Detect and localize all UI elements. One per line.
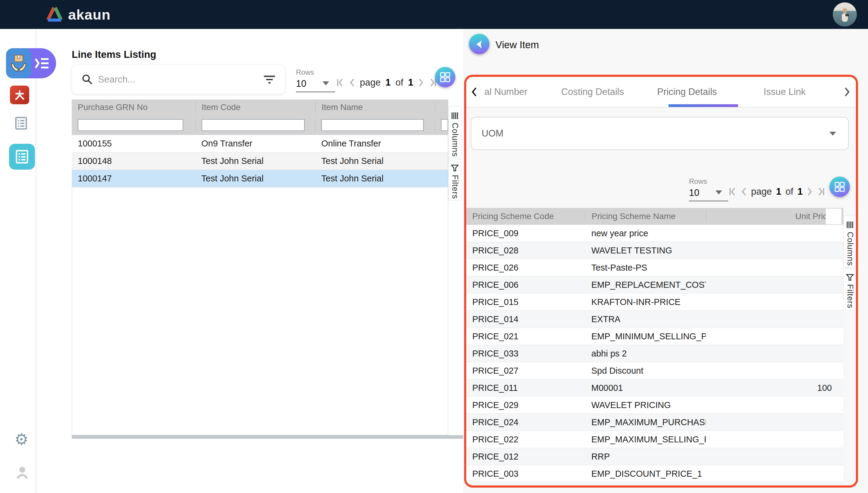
table-row[interactable]: PRICE_021 EMP_MINIMUM_SELLING_PR... [466, 328, 843, 345]
table-row[interactable]: 1000147 Test John Serial Test John Seria… [72, 170, 448, 188]
table-row[interactable]: PRICE_015 KRAFTON-INR-PRICE [466, 294, 843, 311]
cell-pricing-scheme-code: PRICE_012 [466, 448, 585, 465]
filter-input-item-code[interactable] [202, 119, 305, 131]
hands-package-icon [10, 54, 27, 72]
last-page-icon[interactable] [817, 187, 825, 196]
column-header-unit-price[interactable]: Unit Price [706, 211, 843, 222]
next-page-icon[interactable] [418, 78, 424, 87]
cell-pricing-scheme-code: PRICE_027 [466, 362, 585, 379]
top-navbar: akaun [0, 0, 868, 29]
cell-pricing-scheme-code: PRICE_015 [466, 294, 585, 310]
cell-pricing-scheme-name: KRAFTON-INR-PRICE [585, 294, 706, 310]
filter-list-icon[interactable] [263, 74, 276, 85]
first-page-icon[interactable] [729, 187, 737, 196]
apps-grid-button[interactable] [829, 177, 850, 197]
table-row[interactable]: PRICE_029 WAVELET PRICING [466, 396, 843, 414]
cell-pricing-scheme-name: EMP_REPLACEMENT_COST [585, 276, 706, 293]
column-header-extra [435, 102, 448, 113]
first-page-icon[interactable] [337, 78, 344, 87]
rows-per-page-control[interactable]: Rows 10 [296, 68, 335, 92]
chevron-down-icon [829, 132, 836, 135]
columns-side-tab[interactable]: Columns [843, 215, 856, 267]
view-item-title: View Item [496, 39, 539, 51]
table-row[interactable]: PRICE_012 RRP [466, 448, 843, 465]
table-row[interactable]: PRICE_009 new year price [466, 225, 843, 242]
filters-side-tab[interactable]: Filters [448, 159, 461, 200]
table-row[interactable]: PRICE_033 abhi ps 2 [466, 345, 843, 362]
akaun-logo-icon [45, 6, 64, 23]
filter-input-extra[interactable] [441, 119, 448, 131]
table-row[interactable]: PRICE_014 EXTRA [466, 311, 843, 328]
cell-pricing-scheme-name: WAVELET PRICING [585, 396, 706, 413]
sidebar-item-line-items-active[interactable] [9, 144, 35, 170]
prev-page-icon[interactable] [741, 187, 747, 196]
line-items-table-body: 1000155 On9 Transfer Online Transfer 100… [72, 135, 448, 188]
app-logo[interactable]: akaun [45, 5, 111, 23]
sidebar-item-inventory[interactable] [6, 48, 31, 78]
columns-icon [846, 221, 854, 229]
cell-pricing-scheme-name: Test-Paste-PS [585, 259, 706, 276]
table-row[interactable]: PRICE_026 Test-Paste-PS [466, 259, 843, 276]
cell-pricing-scheme-code: PRICE_029 [466, 396, 585, 413]
columns-icon [451, 112, 459, 120]
prev-page-icon[interactable] [349, 78, 355, 87]
apps-grid-button[interactable] [435, 67, 455, 87]
of-label: of [395, 77, 403, 88]
sidebar-item-dazzle-app[interactable] [10, 86, 29, 104]
cell-pricing-scheme-name: RRP [585, 448, 706, 465]
column-header-pricing-scheme-name[interactable]: Pricing Scheme Name [585, 211, 706, 222]
profile-person-icon[interactable] [16, 467, 29, 480]
cell-pricing-scheme-code: PRICE_024 [466, 414, 585, 431]
table-row[interactable]: PRICE_011 M00001 100 [466, 379, 843, 396]
tab-serial-number[interactable]: al Number [484, 86, 527, 97]
filters-tab-label: Filters [450, 175, 460, 199]
filter-input-purchase-grn-no[interactable] [78, 119, 183, 131]
pricing-table-body: PRICE_009 new year price PRICE_028 WAVEL… [466, 225, 843, 488]
cell-pricing-scheme-code: PRICE_026 [466, 259, 585, 276]
pagination: page 1 of 1 [337, 74, 437, 91]
tab-issue-link[interactable]: Issue Link [764, 86, 806, 97]
rows-underline [296, 92, 335, 92]
filter-input-item-name[interactable] [321, 119, 424, 131]
column-header-item-code[interactable]: Item Code [195, 102, 315, 113]
filters-side-tab[interactable]: Filters [843, 268, 856, 310]
table-row[interactable]: PRICE_006 EMP_REPLACEMENT_COST [466, 276, 843, 294]
table-row[interactable]: PRICE_032 abhi_test_ps [466, 483, 843, 488]
back-button[interactable] [469, 34, 490, 54]
table-row[interactable]: 1000155 On9 Transfer Online Transfer [72, 135, 448, 152]
cell-pricing-scheme-name: M00001 [585, 379, 706, 396]
settings-gear-icon[interactable]: ⚙ [15, 431, 29, 447]
cell-unit-price [706, 362, 843, 379]
table-row[interactable]: PRICE_028 WAVELET TESTING [466, 242, 843, 259]
column-header-item-name[interactable]: Item Name [315, 102, 435, 113]
cell-unit-price [706, 483, 843, 488]
cell-pricing-scheme-name: abhi_test_ps [585, 483, 706, 488]
page-label: page [360, 77, 381, 88]
tabs-scroll-left-icon[interactable] [471, 87, 478, 97]
filters-funnel-icon [451, 165, 459, 172]
table-row[interactable]: PRICE_003 EMP_DISCOUNT_PRICE_1 [466, 465, 843, 483]
tab-pricing-details[interactable]: Pricing Details [657, 86, 717, 97]
uom-dropdown[interactable]: UOM [471, 117, 849, 150]
rows-per-page-control[interactable]: Rows 10 [689, 177, 728, 201]
page-label: page [751, 186, 772, 197]
cell-pricing-scheme-code: PRICE_022 [466, 431, 585, 448]
table-row[interactable]: PRICE_022 EMP_MAXIMUM_SELLING_P... [466, 431, 843, 448]
chevron-down-icon [323, 81, 329, 85]
columns-side-tab[interactable]: Columns [448, 106, 461, 158]
column-header-purchase-grn-no[interactable]: Purchase GRN No [72, 102, 195, 113]
user-avatar[interactable] [833, 2, 857, 26]
cell-pricing-scheme-name: WAVELET TESTING [585, 242, 706, 259]
sidebar-item-listing[interactable] [15, 116, 27, 130]
table-row[interactable]: 1000148 Test John Serial Test John Seria… [72, 152, 448, 170]
table-row[interactable]: PRICE_027 Spd Discount [466, 362, 843, 379]
column-header-pricing-scheme-code[interactable]: Pricing Scheme Code [466, 211, 585, 222]
search-input[interactable] [97, 74, 263, 85]
cell-unit-price [706, 242, 843, 259]
next-page-icon[interactable] [807, 187, 813, 196]
table-row[interactable]: PRICE_024 EMP_MAXIMUM_PURCHASE... [466, 414, 843, 431]
tabs-scroll-right-icon[interactable] [844, 87, 851, 97]
cell-unit-price [706, 328, 843, 345]
tab-costing-details[interactable]: Costing Details [561, 86, 624, 97]
horizontal-scrollbar[interactable] [72, 435, 465, 439]
